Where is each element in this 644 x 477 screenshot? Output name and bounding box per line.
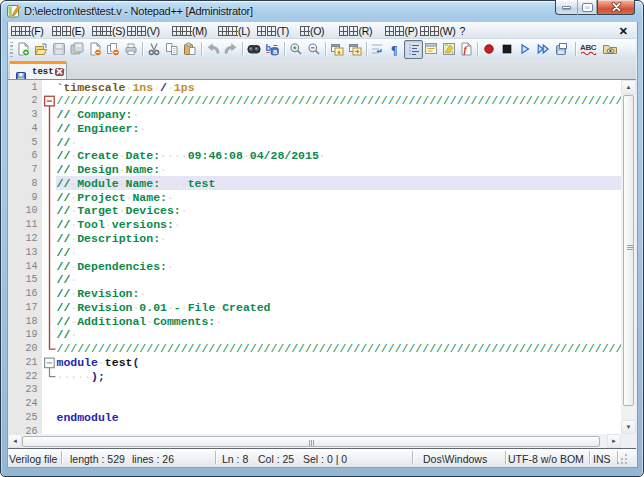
svg-text:b: b	[266, 43, 272, 53]
svg-text:¶: ¶	[391, 43, 397, 57]
svg-text:ABC: ABC	[580, 43, 597, 52]
